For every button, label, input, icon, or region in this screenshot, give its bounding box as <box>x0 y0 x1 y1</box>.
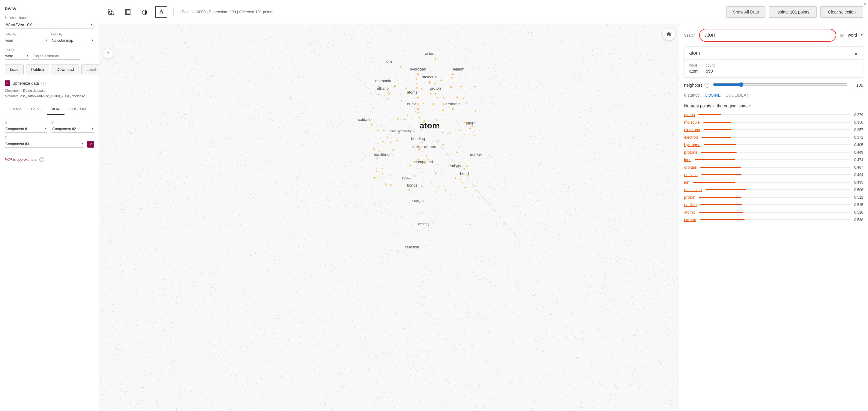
label-button[interactable]: Label <box>81 64 101 75</box>
nearest-word[interactable]: nucleus <box>684 173 698 177</box>
checkpoint-row: Checkpoint: Demo datasets <box>5 89 94 92</box>
search-input[interactable] <box>703 31 832 39</box>
search-by-select[interactable]: word <box>847 31 863 39</box>
nearest-bar-val: 0.357 <box>704 128 863 132</box>
svg-rect-0 <box>108 9 111 11</box>
y-axis-select-wrapper[interactable]: Component #2 <box>52 126 94 133</box>
search-section: Search × by word <box>684 29 863 42</box>
scatter-plot[interactable]: ions acids hydrogen helium ammonia molec… <box>99 24 679 411</box>
atom-card-chevron-icon[interactable]: ▲ <box>854 51 858 56</box>
toolbar: ◑ A | Points: 10000 | Dimension: 200 | S… <box>99 0 679 24</box>
show-all-button[interactable]: Show All Data <box>726 6 765 18</box>
atom-count-value: 550 <box>706 69 714 74</box>
nearest-bar-val: 0.515 <box>700 203 863 207</box>
nearest-word[interactable]: molecules <box>684 187 702 192</box>
nearest-bar-fill <box>695 159 735 160</box>
search-by-select-wrapper[interactable]: word <box>847 31 863 39</box>
label-icon[interactable]: A <box>155 6 167 18</box>
tab-pca[interactable]: PCA <box>47 104 64 115</box>
tensor-select-wrapper[interactable]: Word2Vec 10K <box>5 21 94 29</box>
home-button[interactable] <box>662 28 676 41</box>
nearest-bar-bg <box>703 122 850 123</box>
atom-card-body: word atom count 550 <box>684 60 863 77</box>
nearest-word[interactable]: particle <box>684 203 697 207</box>
nearest-bar-val: 0.494 <box>701 173 863 177</box>
nearest-bar-val: 0.506 <box>706 188 863 192</box>
z-axis-select-wrapper[interactable]: Component #3 <box>5 141 84 148</box>
right-panel-content: Search × by word ato <box>679 24 868 411</box>
nearest-word[interactable]: ion <box>684 180 689 184</box>
euclidean-option[interactable]: EUCLIDEAN <box>725 93 749 97</box>
isolate-button[interactable]: Isolate 101 points <box>769 6 817 18</box>
atom-meta: word atom count 550 <box>689 63 858 74</box>
svg-text:acids: acids <box>425 51 434 56</box>
contrast-icon[interactable]: ◑ <box>138 6 151 18</box>
pca-help-icon[interactable]: ? <box>39 157 44 162</box>
svg-text:bonds: bonds <box>407 183 418 187</box>
edit-by-select-wrapper[interactable]: word <box>5 53 29 60</box>
nearest-word[interactable]: orbitals <box>684 165 697 170</box>
nearest-bar-val: 0.356 <box>703 120 863 124</box>
visualization[interactable]: ? <box>99 24 679 411</box>
neighbors-slider-wrapper[interactable] <box>713 82 848 88</box>
download-button[interactable]: Download <box>52 64 79 75</box>
selection-icon[interactable] <box>105 6 117 18</box>
clear-selection-button[interactable]: Clear selection <box>820 6 863 18</box>
load-button[interactable]: Load <box>5 64 24 75</box>
svg-text:ionic symmetry: ionic symmetry <box>390 129 412 133</box>
nearest-word[interactable]: protons <box>684 150 697 154</box>
label-by-select[interactable]: word <box>5 37 48 44</box>
svg-text:proton: proton <box>430 86 441 91</box>
z-axis-row: Z Component #3 <box>5 136 94 148</box>
help-button[interactable]: ? <box>102 48 113 59</box>
svg-point-10 <box>388 93 390 94</box>
nearest-word[interactable]: atoms <box>684 113 695 117</box>
nearest-bar-bg <box>699 197 850 198</box>
x-axis-select[interactable]: Component #1 <box>5 126 47 133</box>
nearest-item: ion 0.495 <box>684 179 863 185</box>
nearest-bar-fill <box>700 204 742 205</box>
publish-button[interactable]: Publish <box>26 64 49 75</box>
z-axis-checkbox[interactable] <box>87 141 94 148</box>
svg-text:ammonia: ammonia <box>375 79 392 83</box>
nearest-word[interactable]: atomic <box>684 210 695 214</box>
y-axis-select[interactable]: Component #2 <box>52 126 94 133</box>
atom-word-item: word atom <box>689 63 699 74</box>
z-axis-select[interactable]: Component #3 <box>5 141 84 148</box>
tag-input[interactable] <box>32 53 81 60</box>
tab-custom[interactable]: CUSTOM <box>64 104 91 115</box>
nearest-word[interactable]: electron <box>684 135 698 140</box>
svg-text:chemistry: chemistry <box>444 164 461 168</box>
x-axis-select-wrapper[interactable]: Component #1 <box>5 126 47 133</box>
xy-axis-row: X Component #1 Y Component #2 <box>5 121 94 133</box>
nearest-word[interactable]: electrons <box>684 127 700 132</box>
nearest-word[interactable]: molecule <box>684 120 700 124</box>
neighbors-help-icon[interactable]: ? <box>705 83 709 88</box>
sphereize-row: Sphereize data ? <box>5 80 94 86</box>
nearest-score: 0.371 <box>852 135 863 140</box>
nearest-bar-val: 0.487 <box>700 165 863 170</box>
label-by-select-wrapper[interactable]: word <box>5 37 48 44</box>
nearest-item: carbon 0.538 <box>684 217 863 223</box>
tab-tsne[interactable]: T-SNE <box>26 104 47 115</box>
color-by-select-wrapper[interactable]: No color map <box>51 37 94 44</box>
svg-text:bonding: bonding <box>411 137 425 141</box>
nearest-word[interactable]: hydrogen <box>684 143 700 147</box>
cosine-option[interactable]: COSINE <box>705 93 721 97</box>
night-mode-icon[interactable] <box>122 6 134 18</box>
nearest-bar-fill <box>693 182 735 183</box>
nearest-bar-fill <box>703 122 731 123</box>
svg-text:energies: energies <box>411 198 426 203</box>
neighbors-slider[interactable] <box>713 82 848 87</box>
nearest-bar-val: 0.538 <box>700 218 863 222</box>
tensor-select[interactable]: Word2Vec 10K <box>5 21 94 29</box>
nearest-score: 0.405 <box>852 143 863 147</box>
nearest-word[interactable]: carbon <box>684 217 696 222</box>
edit-by-select[interactable]: word <box>5 53 29 60</box>
sphereize-checkbox[interactable] <box>5 80 10 86</box>
sphereize-help-icon[interactable]: ? <box>41 81 46 86</box>
nearest-word[interactable]: ions <box>684 157 691 162</box>
color-by-select[interactable]: No color map <box>51 37 94 44</box>
nearest-word[interactable]: proton <box>684 195 695 200</box>
tab-umap[interactable]: UMAP <box>5 104 26 115</box>
